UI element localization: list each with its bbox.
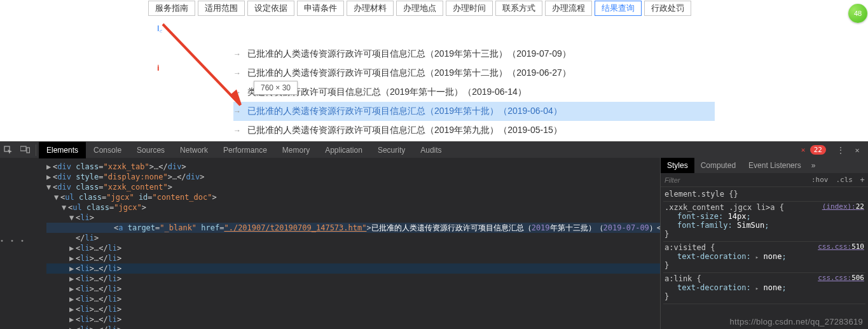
webpage-tab[interactable]: 办理流程 <box>545 1 592 16</box>
hov-toggle[interactable]: :hov <box>808 176 832 184</box>
webpage-tab[interactable]: 服务指南 <box>148 1 195 16</box>
result-row[interactable]: →已批准的人类遗传资源行政许可项目信息汇总（2019年第十二批）（2019-06… <box>233 64 717 83</box>
devtools-main-tab[interactable]: Audits <box>413 142 449 158</box>
dom-node-line[interactable]: ▼<ul class="jgcx"> <box>46 202 660 213</box>
webpage-tab[interactable]: 适用范围 <box>198 1 245 16</box>
styles-filter-input[interactable] <box>661 176 808 184</box>
result-date: （2019-06-14） <box>463 87 527 98</box>
style-rule[interactable]: element.style {} <box>663 188 865 202</box>
kebab-menu-icon[interactable]: ⋮ <box>832 142 849 158</box>
dom-node-line[interactable]: ▼<div class="xzxk_content"> <box>46 182 660 192</box>
devtools-main-tab[interactable]: Performance <box>216 142 275 158</box>
svg-rect-8 <box>27 148 30 153</box>
dom-node-line[interactable]: <a target="_blank" href="./201907/t20190… <box>46 223 660 233</box>
webpage-tab[interactable]: 行政处罚 <box>644 1 691 16</box>
result-date: （2019-05-15） <box>499 125 562 136</box>
webpage-tab[interactable]: 设定依据 <box>247 1 294 16</box>
style-rule[interactable]: css.css:510a:visited {text-decoration: ▸… <box>663 242 865 273</box>
devtools-main-tab[interactable]: Application <box>317 142 370 158</box>
result-row[interactable]: →已批准的人类遗传资源行政许可项目信息汇总（2019年第九批）（2019-05-… <box>233 121 717 140</box>
styles-subtab[interactable]: Computed <box>694 158 742 173</box>
more-tabs-icon[interactable]: » <box>811 161 816 170</box>
webpage-pane: 服务指南适用范围设定依据申请条件办理材料办理地点办理时间联系方式办理流程结果查询… <box>0 0 868 141</box>
devtools-pane: ElementsConsoleSourcesNetworkPerformance… <box>0 141 868 329</box>
svg-line-0 <box>163 24 240 105</box>
webpage-tab[interactable]: 办理地点 <box>396 1 443 16</box>
source-link[interactable]: css.css:510 <box>818 242 864 251</box>
dom-node-line[interactable]: ▶<li>…</li> <box>46 253 660 263</box>
styles-filter-row: :hov .cls + <box>661 173 868 187</box>
devtools-toolbar: ElementsConsoleSourcesNetworkPerformance… <box>0 141 868 158</box>
dom-tree-panel[interactable]: • • • ▶<div class="xzxk_tab">…</div>▶<di… <box>0 158 660 329</box>
watermark-text: https://blog.csdn.net/qq_27283619 <box>730 317 863 326</box>
devtools-main-tab[interactable]: Network <box>172 142 216 158</box>
annotation-arrow <box>158 19 253 115</box>
result-title: 已批准的人类遗传资源行政许可项目信息汇总（2019年第十三批） <box>247 48 507 60</box>
selection-gutter: • • • <box>0 237 25 244</box>
styles-subtab[interactable]: Styles <box>661 158 694 173</box>
styles-subtab[interactable]: Event Listeners <box>742 158 808 173</box>
styles-tabs: StylesComputedEvent Listeners» <box>661 158 868 173</box>
devtools-main-tab[interactable]: Memory <box>275 142 317 158</box>
dom-node-line[interactable]: ▶<div class="xzxk_tab">…</div> <box>46 162 660 172</box>
dom-node-line[interactable]: ▶<li>…</li> <box>46 314 660 325</box>
result-row[interactable]: →已批准的人类遗传资源行政许可项目信息汇总（2019年第十批）（2019-06-… <box>233 102 715 121</box>
svg-marker-1 <box>231 92 240 105</box>
source-link[interactable]: (index):22 <box>822 202 864 211</box>
result-date: （2019-06-27） <box>507 67 571 79</box>
result-row[interactable]: →已批准的人类遗传资源行政许可项目信息汇总（2019年第十三批）（2019-07… <box>233 45 717 64</box>
devtools-main-tab[interactable]: Elements <box>39 142 86 158</box>
dom-node-line[interactable]: ▶<li>…</li> <box>46 304 660 314</box>
dom-node-line[interactable]: </li> <box>46 233 660 243</box>
result-title: 已批准的人类遗传资源行政许可项目信息汇总（2019年第九批） <box>247 125 499 136</box>
result-title: 已批准的人类遗传资源行政许可项目信息汇总（2019年第十批） <box>247 106 499 117</box>
devtools-main-tab[interactable]: Console <box>86 142 129 158</box>
cls-toggle[interactable]: .cls <box>832 176 857 184</box>
styles-sidebar: StylesComputedEvent Listeners» :hov .cls… <box>660 158 868 329</box>
devtools-main-tab[interactable]: Sources <box>129 142 172 158</box>
webpage-tabs: 服务指南适用范围设定依据申请条件办理材料办理地点办理时间联系方式办理流程结果查询… <box>148 1 691 16</box>
floating-badge[interactable]: 48 <box>848 4 867 23</box>
result-date: （2019-07-09） <box>507 48 571 60</box>
device-icon[interactable] <box>17 142 33 158</box>
source-link[interactable]: css.css:506 <box>818 274 864 282</box>
dom-node-line[interactable]: ▶<div style="display:none">…</div> <box>46 172 660 182</box>
result-row[interactable]: →类遗传资源行政许可项目信息汇总（2019年第十一批）（2019-06-14） <box>233 83 717 102</box>
result-list: →已批准的人类遗传资源行政许可项目信息汇总（2019年第十三批）（2019-07… <box>233 45 717 140</box>
webpage-tab[interactable]: 申请条件 <box>297 1 344 16</box>
dimension-tooltip: 760 × 30 <box>254 81 298 95</box>
new-rule-button[interactable]: + <box>857 176 868 185</box>
webpage-tab[interactable]: 联系方式 <box>495 1 542 16</box>
webpage-tab[interactable]: 办理时间 <box>446 1 493 16</box>
close-icon[interactable]: ✕ <box>849 142 865 158</box>
svg-rect-7 <box>20 146 26 151</box>
dom-node-line[interactable]: ▶<li>…</li> <box>46 274 660 284</box>
dom-node-line[interactable]: ▶<li>…</li> <box>46 284 660 294</box>
dom-node-line[interactable]: ▶<li>…</li> <box>46 294 660 304</box>
result-date: （2019-06-04） <box>499 106 562 117</box>
dom-node-line[interactable]: ▶<li>…</li> <box>46 263 660 274</box>
devtools-main-tabs: ElementsConsoleSourcesNetworkPerformance… <box>39 142 450 158</box>
dom-node-line[interactable]: ▼<ul class="jgcx" id="content_doc"> <box>46 192 660 202</box>
webpage-tab[interactable]: 结果查询 <box>595 1 642 16</box>
dom-node-line[interactable]: ▶<li>…</li> <box>46 243 660 253</box>
dom-node-line[interactable]: ▼<li> <box>46 213 660 223</box>
error-count-badge[interactable]: 22 <box>810 145 826 155</box>
inspect-icon[interactable] <box>0 142 17 158</box>
devtools-main-tab[interactable]: Security <box>370 142 413 158</box>
result-title: 已批准的人类遗传资源行政许可项目信息汇总（2019年第十二批） <box>247 67 507 79</box>
style-rule[interactable]: (index):22.xzxk_content .jgcx li>a {font… <box>663 202 865 242</box>
webpage-tab[interactable]: 办理材料 <box>347 1 394 16</box>
style-rule[interactable]: css.css:506a:link {text-decoration: ▸ no… <box>663 273 865 304</box>
style-rules[interactable]: element.style {}(index):22.xzxk_content … <box>661 187 868 329</box>
bullet-arrow-icon: → <box>233 126 241 135</box>
dom-node-line[interactable]: ▶<li>…</li> <box>46 325 660 329</box>
